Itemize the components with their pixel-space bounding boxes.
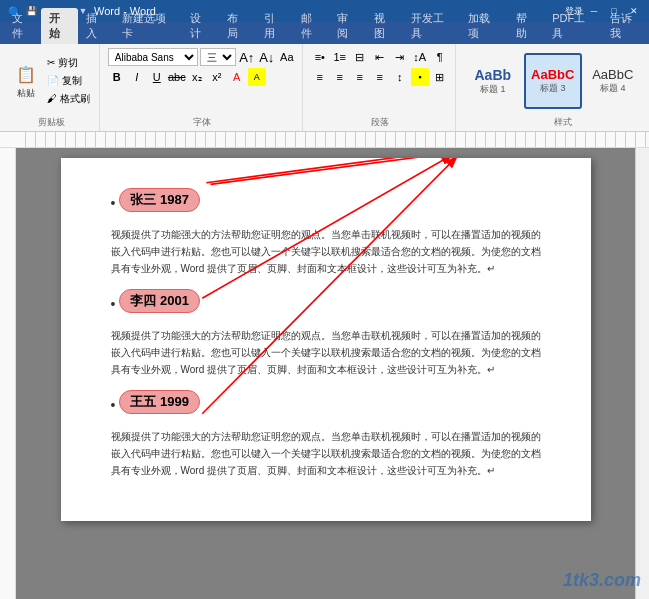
style-heading4[interactable]: AaBbC 标题 4 <box>584 53 642 109</box>
watermark: 1tk3.com <box>563 570 641 591</box>
heading-1-row: • 张三 1987 <box>111 188 541 218</box>
tab-references[interactable]: 引用 <box>256 8 293 44</box>
style-heading3[interactable]: AaBbC 标题 3 <box>524 53 582 109</box>
style-h4-label: 标题 4 <box>600 82 626 95</box>
increase-indent-button[interactable]: ⇥ <box>391 48 409 66</box>
decrease-font-button[interactable]: A↓ <box>258 48 276 66</box>
tab-view[interactable]: 视图 <box>366 8 403 44</box>
doc-scroll[interactable]: • 张三 1987 视频提供了功能强大的方法帮助您证明您的观点。当您单击联机视频… <box>16 148 635 599</box>
tab-design[interactable]: 设计 <box>182 8 219 44</box>
tab-insert[interactable]: 插入 <box>78 8 115 44</box>
tab-addins[interactable]: 加载项 <box>460 8 507 44</box>
align-right-button[interactable]: ≡ <box>351 68 369 86</box>
styles-expand-button[interactable]: ⊞ <box>644 93 649 111</box>
bold-button[interactable]: B <box>108 68 126 86</box>
tab-layout[interactable]: 布局 <box>219 8 256 44</box>
style-heading1[interactable]: AaBb 标题 1 <box>464 53 522 109</box>
styles-label: 样式 <box>554 116 572 129</box>
font-group: Alibaba Sans 三号 A↑ A↓ Aa B I U abc x₂ x² <box>102 44 303 131</box>
heading-3[interactable]: 王五 1999 <box>119 390 200 414</box>
svg-line-2 <box>210 158 462 184</box>
heading-3-row: • 王五 1999 <box>111 390 541 420</box>
paste-icon: 📋 <box>14 63 38 87</box>
font-row-2: B I U abc x₂ x² A A <box>108 68 296 86</box>
svg-line-1 <box>206 158 454 183</box>
style-h1-label: 标题 1 <box>480 83 506 96</box>
font-label: 字体 <box>193 116 211 129</box>
subscript-button[interactable]: x₂ <box>188 68 206 86</box>
clipboard-content: 📋 粘贴 ✂ 剪切 📄 复制 🖌 格式刷 <box>10 48 93 114</box>
copy-button[interactable]: 📄 复制 <box>44 73 93 89</box>
styles-content: AaBb 标题 1 AaBbC 标题 3 AaBbC 标题 4 ▲ ▼ ⊞ <box>464 48 649 114</box>
paste-label: 粘贴 <box>17 87 35 100</box>
styles-scroll: ▲ ▼ ⊞ <box>644 51 649 111</box>
paragraph-group: ≡• 1≡ ⊟ ⇤ ⇥ ↕A ¶ ≡ ≡ ≡ ≡ ↕ ▪ ⊞ 段落 <box>305 44 456 131</box>
justify-button[interactable]: ≡ <box>371 68 389 86</box>
multilevel-button[interactable]: ⊟ <box>351 48 369 66</box>
styles-down-button[interactable]: ▼ <box>644 72 649 90</box>
style-h1-text: AaBb <box>475 67 512 83</box>
clear-format-button[interactable]: Aa <box>278 48 296 66</box>
horizontal-ruler <box>0 132 649 148</box>
tab-file[interactable]: 文件 <box>4 8 41 44</box>
align-center-button[interactable]: ≡ <box>331 68 349 86</box>
bullets-button[interactable]: ≡• <box>311 48 329 66</box>
highlight-button[interactable]: A <box>248 68 266 86</box>
heading-2[interactable]: 李四 2001 <box>119 289 200 313</box>
body-text-1: 视频提供了功能强大的方法帮助您证明您的观点。当您单击联机视频时，可以在播置适加的… <box>111 226 541 277</box>
paragraph-label: 段落 <box>371 116 389 129</box>
strikethrough-button[interactable]: abc <box>168 68 186 86</box>
heading-block-2: • 李四 2001 <box>111 289 541 319</box>
tab-developer[interactable]: 开发工具 <box>403 8 461 44</box>
ribbon-tab-bar: 文件 开始 插入 新建选项卡 设计 布局 引用 邮件 审阅 视图 开发工具 加载… <box>0 22 649 44</box>
bullet-1: • <box>111 195 116 211</box>
tab-help[interactable]: 帮助 <box>508 8 545 44</box>
style-h3-label: 标题 3 <box>540 82 566 95</box>
font-size-select[interactable]: 三号 <box>200 48 236 66</box>
paragraph-row-1: ≡• 1≡ ⊟ ⇤ ⇥ ↕A ¶ <box>311 48 449 66</box>
tab-mailings[interactable]: 邮件 <box>293 8 330 44</box>
line-spacing-button[interactable]: ↕ <box>391 68 409 86</box>
tab-home[interactable]: 开始 <box>41 8 78 44</box>
tab-new[interactable]: 新建选项卡 <box>114 8 182 44</box>
paste-button[interactable]: 📋 粘贴 <box>10 61 42 102</box>
heading-1[interactable]: 张三 1987 <box>119 188 200 212</box>
vertical-ruler <box>0 148 16 599</box>
paragraph-row-2: ≡ ≡ ≡ ≡ ↕ ▪ ⊞ <box>311 68 449 86</box>
shading-button[interactable]: ▪ <box>411 68 429 86</box>
font-family-select[interactable]: Alibaba Sans <box>108 48 198 66</box>
cut-button[interactable]: ✂ 剪切 <box>44 55 93 71</box>
doc-page: • 张三 1987 视频提供了功能强大的方法帮助您证明您的观点。当您单击联机视频… <box>61 158 591 521</box>
clipboard-group: 📋 粘贴 ✂ 剪切 📄 复制 🖌 格式刷 剪贴板 <box>4 44 100 131</box>
styles-up-button[interactable]: ▲ <box>644 51 649 69</box>
heading-2-row: • 李四 2001 <box>111 289 541 319</box>
italic-button[interactable]: I <box>128 68 146 86</box>
clipboard-label: 剪贴板 <box>38 116 65 129</box>
font-controls: Alibaba Sans 三号 A↑ A↓ Aa B I U abc x₂ x² <box>108 48 296 86</box>
vertical-scrollbar[interactable] <box>635 148 649 599</box>
heading-block-3: • 王五 1999 <box>111 390 541 420</box>
body-text-2: 视频提供了功能强大的方法帮助您证明您的观点。当您单击联机视频时，可以在播置适加的… <box>111 327 541 378</box>
tab-tellme[interactable]: 告诉我 <box>602 8 649 44</box>
increase-font-button[interactable]: A↑ <box>238 48 256 66</box>
tab-review[interactable]: 审阅 <box>329 8 366 44</box>
style-h4-text: AaBbC <box>592 67 633 82</box>
styles-gallery: AaBb 标题 1 AaBbC 标题 3 AaBbC 标题 4 <box>464 53 642 109</box>
underline-button[interactable]: U <box>148 68 166 86</box>
numbering-button[interactable]: 1≡ <box>331 48 349 66</box>
style-h3-text: AaBbC <box>531 67 574 82</box>
font-color-button[interactable]: A <box>228 68 246 86</box>
font-content: Alibaba Sans 三号 A↑ A↓ Aa B I U abc x₂ x² <box>108 48 296 114</box>
borders-button[interactable]: ⊞ <box>431 68 449 86</box>
decrease-indent-button[interactable]: ⇤ <box>371 48 389 66</box>
styles-group: AaBb 标题 1 AaBbC 标题 3 AaBbC 标题 4 ▲ ▼ ⊞ 样式 <box>458 44 649 131</box>
show-marks-button[interactable]: ¶ <box>431 48 449 66</box>
tab-pdf[interactable]: PDF工具 <box>544 8 602 44</box>
bullet-3: • <box>111 397 116 413</box>
ruler-scale <box>16 132 649 147</box>
align-left-button[interactable]: ≡ <box>311 68 329 86</box>
format-painter-button[interactable]: 🖌 格式刷 <box>44 91 93 107</box>
sort-button[interactable]: ↕A <box>411 48 429 66</box>
superscript-button[interactable]: x² <box>208 68 226 86</box>
ribbon: 📋 粘贴 ✂ 剪切 📄 复制 🖌 格式刷 剪贴板 Alibaba Sans 三号 <box>0 44 649 132</box>
